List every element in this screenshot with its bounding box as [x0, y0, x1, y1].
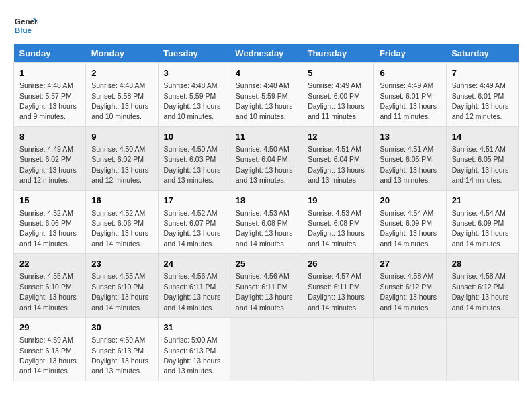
day-info: Sunrise: 4:53 AM Sunset: 6:08 PM Dayligh… [236, 209, 293, 248]
calendar-cell: 5Sunrise: 4:49 AM Sunset: 6:00 PM Daylig… [302, 63, 374, 127]
calendar-cell: 26Sunrise: 4:57 AM Sunset: 6:11 PM Dayli… [302, 254, 374, 318]
calendar-week-row: 22Sunrise: 4:55 AM Sunset: 6:10 PM Dayli… [14, 254, 519, 318]
calendar-cell: 19Sunrise: 4:53 AM Sunset: 6:08 PM Dayli… [302, 190, 374, 254]
day-number: 21 [452, 195, 513, 207]
day-number: 19 [308, 195, 368, 207]
day-number: 30 [91, 322, 152, 334]
day-info: Sunrise: 4:56 AM Sunset: 6:11 PM Dayligh… [164, 272, 221, 311]
day-info: Sunrise: 4:54 AM Sunset: 6:09 PM Dayligh… [380, 209, 437, 248]
day-number: 22 [19, 258, 80, 270]
day-info: Sunrise: 4:51 AM Sunset: 6:05 PM Dayligh… [452, 145, 509, 184]
day-info: Sunrise: 4:58 AM Sunset: 6:12 PM Dayligh… [380, 272, 437, 311]
weekday-header: Monday [86, 44, 158, 63]
calendar-cell: 28Sunrise: 4:58 AM Sunset: 6:12 PM Dayli… [446, 254, 518, 318]
day-info: Sunrise: 4:59 AM Sunset: 6:13 PM Dayligh… [19, 336, 77, 375]
day-number: 26 [308, 258, 368, 270]
day-info: Sunrise: 4:57 AM Sunset: 6:11 PM Dayligh… [308, 272, 365, 311]
day-number: 2 [91, 67, 152, 79]
day-info: Sunrise: 5:00 AM Sunset: 6:13 PM Dayligh… [164, 336, 221, 375]
day-number: 25 [236, 258, 296, 270]
calendar-cell: 20Sunrise: 4:54 AM Sunset: 6:09 PM Dayli… [374, 190, 446, 254]
day-info: Sunrise: 4:58 AM Sunset: 6:12 PM Dayligh… [452, 272, 509, 311]
logo-icon: General Blue [13, 13, 38, 38]
day-info: Sunrise: 4:49 AM Sunset: 6:00 PM Dayligh… [308, 81, 365, 120]
day-number: 29 [19, 322, 80, 334]
calendar-cell: 14Sunrise: 4:51 AM Sunset: 6:05 PM Dayli… [446, 126, 518, 190]
calendar-week-row: 8Sunrise: 4:49 AM Sunset: 6:02 PM Daylig… [14, 126, 519, 190]
day-number: 11 [236, 131, 296, 143]
day-info: Sunrise: 4:56 AM Sunset: 6:11 PM Dayligh… [236, 272, 293, 311]
day-number: 4 [236, 67, 296, 79]
day-info: Sunrise: 4:50 AM Sunset: 6:03 PM Dayligh… [164, 145, 221, 184]
day-info: Sunrise: 4:53 AM Sunset: 6:08 PM Dayligh… [308, 209, 365, 248]
calendar-cell: 17Sunrise: 4:52 AM Sunset: 6:07 PM Dayli… [158, 190, 230, 254]
day-number: 17 [164, 195, 224, 207]
day-number: 24 [164, 258, 224, 270]
day-info: Sunrise: 4:49 AM Sunset: 6:01 PM Dayligh… [380, 81, 437, 120]
day-info: Sunrise: 4:48 AM Sunset: 5:58 PM Dayligh… [91, 81, 148, 120]
day-info: Sunrise: 4:51 AM Sunset: 6:04 PM Dayligh… [308, 145, 365, 184]
day-info: Sunrise: 4:52 AM Sunset: 6:06 PM Dayligh… [19, 209, 77, 248]
calendar-cell: 8Sunrise: 4:49 AM Sunset: 6:02 PM Daylig… [14, 126, 86, 190]
svg-text:General: General [15, 17, 38, 26]
day-number: 27 [380, 258, 440, 270]
page-header: General Blue [13, 13, 519, 38]
calendar-cell: 24Sunrise: 4:56 AM Sunset: 6:11 PM Dayli… [158, 254, 230, 318]
day-number: 31 [164, 322, 224, 334]
day-number: 20 [380, 195, 440, 207]
day-info: Sunrise: 4:48 AM Sunset: 5:59 PM Dayligh… [164, 81, 221, 120]
calendar-cell: 23Sunrise: 4:55 AM Sunset: 6:10 PM Dayli… [86, 254, 158, 318]
calendar-cell: 21Sunrise: 4:54 AM Sunset: 6:09 PM Dayli… [446, 190, 518, 254]
calendar-cell: 31Sunrise: 5:00 AM Sunset: 6:13 PM Dayli… [158, 318, 230, 381]
calendar-table: SundayMondayTuesdayWednesdayThursdayFrid… [13, 44, 519, 381]
calendar-cell: 13Sunrise: 4:51 AM Sunset: 6:05 PM Dayli… [374, 126, 446, 190]
calendar-cell: 29Sunrise: 4:59 AM Sunset: 6:13 PM Dayli… [14, 318, 86, 381]
calendar-cell: 9Sunrise: 4:50 AM Sunset: 6:02 PM Daylig… [86, 126, 158, 190]
day-info: Sunrise: 4:48 AM Sunset: 5:57 PM Dayligh… [19, 81, 77, 120]
calendar-cell [302, 318, 374, 381]
weekday-header: Friday [374, 44, 446, 63]
day-number: 8 [19, 131, 80, 143]
calendar-cell: 7Sunrise: 4:49 AM Sunset: 6:01 PM Daylig… [446, 63, 518, 127]
weekday-header: Tuesday [158, 44, 230, 63]
day-info: Sunrise: 4:50 AM Sunset: 6:02 PM Dayligh… [91, 145, 148, 184]
calendar-cell [230, 318, 302, 381]
day-info: Sunrise: 4:52 AM Sunset: 6:07 PM Dayligh… [164, 209, 221, 248]
day-info: Sunrise: 4:49 AM Sunset: 6:02 PM Dayligh… [19, 145, 77, 184]
day-info: Sunrise: 4:54 AM Sunset: 6:09 PM Dayligh… [452, 209, 509, 248]
calendar-week-row: 15Sunrise: 4:52 AM Sunset: 6:06 PM Dayli… [14, 190, 519, 254]
calendar-cell: 11Sunrise: 4:50 AM Sunset: 6:04 PM Dayli… [230, 126, 302, 190]
calendar-week-row: 1Sunrise: 4:48 AM Sunset: 5:57 PM Daylig… [14, 63, 519, 127]
day-number: 13 [380, 131, 440, 143]
day-number: 7 [452, 67, 513, 79]
calendar-cell: 15Sunrise: 4:52 AM Sunset: 6:06 PM Dayli… [14, 190, 86, 254]
calendar-cell: 6Sunrise: 4:49 AM Sunset: 6:01 PM Daylig… [374, 63, 446, 127]
logo: General Blue [13, 13, 38, 38]
calendar-cell: 3Sunrise: 4:48 AM Sunset: 5:59 PM Daylig… [158, 63, 230, 127]
day-number: 1 [19, 67, 80, 79]
calendar-cell: 18Sunrise: 4:53 AM Sunset: 6:08 PM Dayli… [230, 190, 302, 254]
day-info: Sunrise: 4:50 AM Sunset: 6:04 PM Dayligh… [236, 145, 293, 184]
day-info: Sunrise: 4:59 AM Sunset: 6:13 PM Dayligh… [91, 336, 148, 375]
calendar-cell: 2Sunrise: 4:48 AM Sunset: 5:58 PM Daylig… [86, 63, 158, 127]
calendar-week-row: 29Sunrise: 4:59 AM Sunset: 6:13 PM Dayli… [14, 318, 519, 381]
day-info: Sunrise: 4:55 AM Sunset: 6:10 PM Dayligh… [19, 272, 77, 311]
day-number: 28 [452, 258, 513, 270]
day-number: 23 [91, 258, 152, 270]
calendar-body: 1Sunrise: 4:48 AM Sunset: 5:57 PM Daylig… [14, 63, 519, 381]
day-info: Sunrise: 4:52 AM Sunset: 6:06 PM Dayligh… [91, 209, 148, 248]
calendar-cell: 30Sunrise: 4:59 AM Sunset: 6:13 PM Dayli… [86, 318, 158, 381]
day-number: 15 [19, 195, 80, 207]
day-info: Sunrise: 4:55 AM Sunset: 6:10 PM Dayligh… [91, 272, 148, 311]
day-number: 14 [452, 131, 513, 143]
calendar-cell: 25Sunrise: 4:56 AM Sunset: 6:11 PM Dayli… [230, 254, 302, 318]
calendar-cell [374, 318, 446, 381]
day-info: Sunrise: 4:48 AM Sunset: 5:59 PM Dayligh… [236, 81, 293, 120]
day-number: 18 [236, 195, 296, 207]
day-number: 16 [91, 195, 152, 207]
day-number: 6 [380, 67, 440, 79]
calendar-cell: 4Sunrise: 4:48 AM Sunset: 5:59 PM Daylig… [230, 63, 302, 127]
day-number: 5 [308, 67, 368, 79]
day-info: Sunrise: 4:51 AM Sunset: 6:05 PM Dayligh… [380, 145, 437, 184]
calendar-cell: 16Sunrise: 4:52 AM Sunset: 6:06 PM Dayli… [86, 190, 158, 254]
